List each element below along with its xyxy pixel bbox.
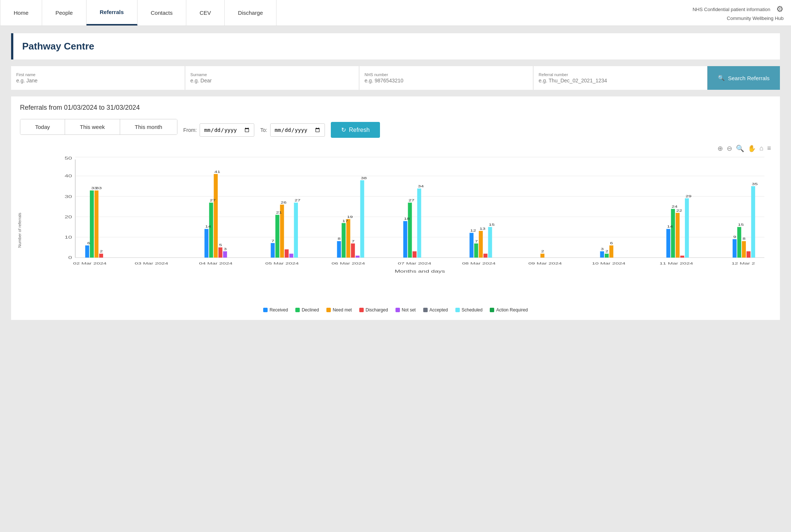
svg-text:27: 27 xyxy=(210,198,216,202)
svg-rect-51 xyxy=(360,180,364,258)
date-from-input[interactable] xyxy=(200,123,254,137)
zoom-in-icon[interactable]: ⊕ xyxy=(717,144,723,153)
refresh-button[interactable]: ↻ Refresh xyxy=(331,122,380,138)
pan-icon[interactable]: 🔍 xyxy=(736,144,744,153)
svg-rect-69 xyxy=(483,254,488,258)
legend-discharged-label: Discharged xyxy=(366,307,388,313)
chart-title: Referrals from 01/03/2024 to 31/03/2024 xyxy=(20,104,771,112)
svg-text:10 Mar 2024: 10 Mar 2024 xyxy=(592,262,626,266)
svg-rect-47 xyxy=(342,223,346,258)
svg-rect-25 xyxy=(209,203,213,258)
svg-rect-67 xyxy=(474,243,478,258)
svg-text:04 Mar 2024: 04 Mar 2024 xyxy=(199,262,232,266)
svg-text:0: 0 xyxy=(68,256,72,260)
first-name-label: First name xyxy=(16,72,180,77)
svg-rect-98 xyxy=(742,241,746,258)
svg-rect-15 xyxy=(90,191,94,258)
svg-rect-40 xyxy=(294,203,298,258)
filter-today[interactable]: Today xyxy=(20,119,65,134)
svg-text:40: 40 xyxy=(65,174,72,178)
legend-received-dot xyxy=(263,308,268,312)
svg-rect-89 xyxy=(680,256,684,258)
referral-number-field: Referral number xyxy=(533,66,707,90)
svg-rect-59 xyxy=(408,203,412,258)
filter-this-week[interactable]: This week xyxy=(65,119,120,134)
legend-declined-label: Declined xyxy=(302,307,319,313)
svg-rect-61 xyxy=(417,188,421,258)
svg-text:02 Mar 2024: 02 Mar 2024 xyxy=(73,262,107,266)
nhs-number-field: NHS number xyxy=(359,66,533,90)
legend-accepted: Accepted xyxy=(423,307,448,313)
svg-text:8: 8 xyxy=(743,237,746,241)
nav-people[interactable]: People xyxy=(42,0,86,25)
legend-not-set-dot xyxy=(396,308,400,312)
svg-rect-28 xyxy=(223,251,227,258)
legend-received: Received xyxy=(263,307,288,313)
drag-icon[interactable]: ✋ xyxy=(748,144,756,153)
svg-text:09 Mar 2024: 09 Mar 2024 xyxy=(528,262,562,266)
svg-rect-16 xyxy=(95,191,99,258)
svg-rect-80 xyxy=(605,254,609,258)
svg-text:38: 38 xyxy=(361,176,367,180)
search-bar: First name Surname NHS number Referral n… xyxy=(11,66,780,90)
svg-text:30: 30 xyxy=(65,194,72,199)
search-referrals-button[interactable]: 🔍 Search Referrals xyxy=(707,66,780,90)
legend-accepted-label: Accepted xyxy=(430,307,448,313)
date-to-filter: To: xyxy=(260,123,325,137)
nav-discharge[interactable]: Discharge xyxy=(225,0,277,25)
svg-text:2: 2 xyxy=(605,250,608,253)
referral-number-input[interactable] xyxy=(539,78,702,83)
legend-accepted-dot xyxy=(423,308,428,312)
nav-home[interactable]: Home xyxy=(0,0,42,25)
svg-text:19: 19 xyxy=(347,215,353,218)
legend-not-set-label: Not set xyxy=(402,307,416,313)
svg-text:22: 22 xyxy=(676,209,682,212)
svg-text:2: 2 xyxy=(541,250,544,253)
legend-not-set: Not set xyxy=(396,307,416,313)
svg-text:26: 26 xyxy=(281,201,286,204)
svg-text:03 Mar 2024: 03 Mar 2024 xyxy=(135,262,169,266)
date-to-input[interactable] xyxy=(270,123,325,137)
legend-discharged: Discharged xyxy=(359,307,388,313)
page-header: Pathway Centre xyxy=(11,33,780,59)
svg-text:14: 14 xyxy=(205,225,211,228)
svg-text:10: 10 xyxy=(65,235,72,240)
svg-text:3: 3 xyxy=(601,247,604,250)
chart-wrapper: Number of referrals 0 10 20 30 40 50 xyxy=(20,156,771,304)
svg-rect-60 xyxy=(413,251,417,258)
first-name-input[interactable] xyxy=(16,78,180,83)
svg-text:14: 14 xyxy=(667,225,673,228)
chart-section: Referrals from 01/03/2024 to 31/03/2024 … xyxy=(11,96,780,320)
settings-icon[interactable]: ⚙ xyxy=(776,4,784,14)
svg-rect-99 xyxy=(747,251,751,258)
surname-input[interactable] xyxy=(190,78,354,83)
legend-discharged-dot xyxy=(359,308,364,312)
svg-rect-81 xyxy=(610,245,614,258)
nhs-number-input[interactable] xyxy=(364,78,528,83)
home-icon[interactable]: ⌂ xyxy=(760,144,764,153)
svg-text:5: 5 xyxy=(219,243,223,247)
svg-rect-90 xyxy=(685,198,689,258)
svg-text:29: 29 xyxy=(686,194,692,198)
svg-rect-86 xyxy=(666,229,671,258)
legend-scheduled-label: Scheduled xyxy=(462,307,483,313)
community-link[interactable]: Community Wellbeing Hub xyxy=(727,16,784,21)
nhs-info-link[interactable]: NHS Confidential patient information xyxy=(693,7,770,12)
referral-number-label: Referral number xyxy=(539,72,702,77)
svg-text:08 Mar 2024: 08 Mar 2024 xyxy=(462,262,496,266)
first-name-field: First name xyxy=(11,66,185,90)
svg-text:41: 41 xyxy=(214,170,220,173)
svg-text:7: 7 xyxy=(352,239,354,243)
svg-rect-14 xyxy=(85,245,89,258)
filter-row: Today This week This month From: To: ↻ R… xyxy=(20,119,771,141)
filter-this-month[interactable]: This month xyxy=(120,119,177,134)
zoom-out-icon[interactable]: ⊖ xyxy=(727,144,732,153)
svg-text:7: 7 xyxy=(271,239,274,242)
nav-referrals[interactable]: Referrals xyxy=(86,0,138,25)
menu-icon[interactable]: ≡ xyxy=(767,144,771,153)
legend-need-met-label: Need met xyxy=(333,307,352,313)
svg-text:33: 33 xyxy=(96,186,102,190)
nav-contacts[interactable]: Contacts xyxy=(138,0,186,25)
refresh-icon: ↻ xyxy=(341,126,346,133)
nav-cev[interactable]: CEV xyxy=(186,0,225,25)
